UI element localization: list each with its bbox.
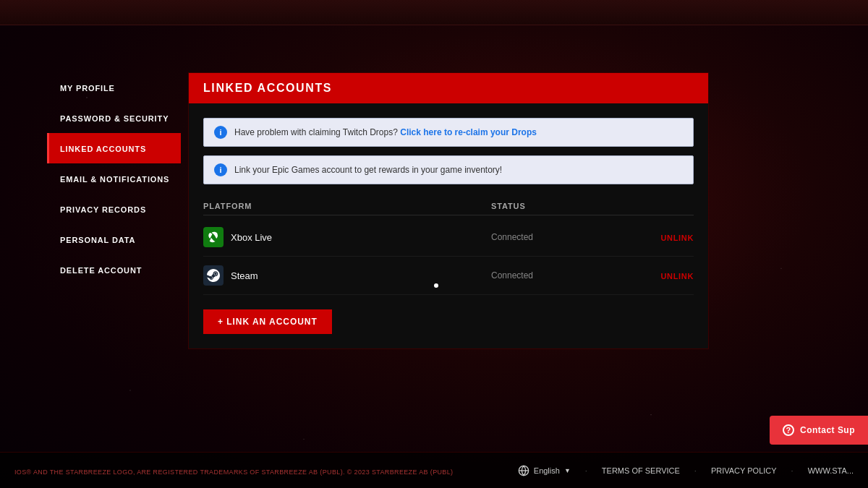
question-icon: ? [783,424,794,436]
col-status: STATUS [491,202,636,210]
twitch-drops-link[interactable]: Click here to re-claim your Drops [400,127,537,137]
col-action [636,202,694,210]
main-wrapper: MY PROFILE PASSWORD & SECURITY LINKED AC… [0,25,868,452]
privacy-policy-link[interactable]: PRIVACY POLICY [711,466,777,475]
globe-icon [518,465,529,476]
xbox-status: Connected [491,232,636,242]
info-icon-2: i [214,163,227,176]
panel-header: LINKED ACCOUNTS [189,73,708,103]
xbox-name: Xbox Live [231,232,272,243]
sidebar-item-linked-accounts[interactable]: LINKED ACCOUNTS [47,133,181,163]
sidebar-item-email-notifications[interactable]: EMAIL & NOTIFICATIONS [47,163,181,194]
language-selector[interactable]: English ▼ [518,465,571,476]
steam-icon [203,265,224,286]
footer: IOS® AND THE STARBREEZE LOGO, ARE REGIST… [0,452,868,488]
sidebar: MY PROFILE PASSWORD & SECURITY LINKED AC… [47,72,181,285]
link-account-button[interactable]: + LINK AN ACCOUNT [203,309,332,334]
footer-right: English ▼ · TERMS OF SERVICE · PRIVACY P… [518,465,854,476]
table-row: Steam Connected UNLINK [203,257,694,295]
content-panel: LINKED ACCOUNTS i Have problem with clai… [188,72,709,349]
epic-games-banner: i Link your Epic Games account to get re… [203,155,694,184]
steam-status: Connected [491,270,636,281]
website-link[interactable]: WWW.STA... [808,466,854,475]
sidebar-item-delete-account[interactable]: DELETE ACCOUNT [47,254,181,285]
twitch-drops-banner: i Have problem with claiming Twitch Drop… [203,118,694,147]
sidebar-item-password-security[interactable]: PASSWORD & SECURITY [47,103,181,133]
panel-title: LINKED ACCOUNTS [203,82,332,94]
contact-support-label: Contact Sup [800,425,855,435]
twitch-drops-text: Have problem with claiming Twitch Drops?… [234,127,537,137]
col-platform: PLATFORM [203,202,491,210]
xbox-icon [203,227,224,247]
language-label: English [534,466,560,475]
contact-support-button[interactable]: ? Contact Sup [770,416,868,445]
xbox-unlink-cell: UNLINK [636,231,694,244]
sidebar-item-my-profile[interactable]: MY PROFILE [47,72,181,103]
xbox-unlink-button[interactable]: UNLINK [660,234,694,242]
steam-unlink-button[interactable]: UNLINK [660,272,694,281]
info-icon-1: i [214,126,227,139]
footer-divider-1: · [585,466,587,475]
steam-platform-cell: Steam [203,265,491,286]
terms-of-service-link[interactable]: TERMS OF SERVICE [602,466,680,475]
platform-table: PLATFORM STATUS Xbox Live Connecte [203,197,694,295]
panel-body: i Have problem with claiming Twitch Drop… [189,103,708,348]
footer-divider-2: · [694,466,697,475]
footer-copyright: IOS® AND THE STARBREEZE LOGO, ARE REGIST… [14,468,453,476]
sidebar-item-personal-data[interactable]: PERSONAL DATA [47,224,181,254]
steam-name: Steam [231,270,258,281]
table-header: PLATFORM STATUS [203,197,694,215]
xbox-platform-cell: Xbox Live [203,227,491,247]
steam-unlink-cell: UNLINK [636,269,694,282]
footer-divider-3: · [791,466,793,475]
chevron-down-icon: ▼ [564,467,571,474]
epic-games-text: Link your Epic Games account to get rewa… [234,165,502,175]
footer-left: IOS® AND THE STARBREEZE LOGO, ARE REGIST… [14,464,518,477]
top-strip [0,0,868,25]
table-row: Xbox Live Connected UNLINK [203,218,694,257]
sidebar-item-privacy-records[interactable]: PRIVACY RECORDS [47,194,181,224]
